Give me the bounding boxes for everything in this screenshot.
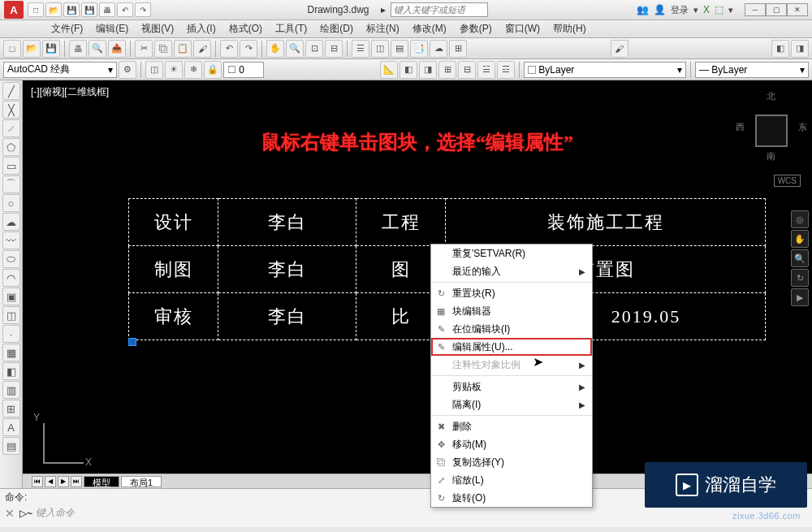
polygon-icon[interactable]: ⬠ — [2, 138, 20, 156]
match-icon[interactable]: 🖌 — [193, 40, 211, 58]
tab-layout1[interactable]: 布局1 — [121, 476, 162, 487]
markup-icon[interactable]: ☁ — [430, 40, 447, 58]
selection-grip[interactable] — [128, 338, 136, 346]
viewcube-west[interactable]: 西 — [736, 121, 745, 133]
menu-format[interactable]: 格式(O) — [222, 20, 269, 37]
insert-block-icon[interactable]: ▣ — [2, 288, 20, 305]
login-link[interactable]: 登录 — [671, 4, 689, 16]
menu-window[interactable]: 窗口(W) — [499, 20, 546, 37]
menu-modify[interactable]: 修改(M) — [406, 20, 453, 37]
line-icon[interactable]: ╱ — [2, 82, 20, 100]
qat-save-icon[interactable]: 💾 — [63, 2, 80, 17]
print-icon[interactable]: 🖶 — [69, 40, 87, 58]
workspace-dropdown[interactable]: AutoCAD 经典▾ — [3, 62, 117, 78]
command-input-row[interactable]: ✕ ▷~ 键入命令 — [0, 506, 812, 520]
menu-edit[interactable]: 编辑(E) — [89, 20, 135, 37]
paste-icon[interactable]: 📋 — [174, 40, 192, 58]
viewcube-face[interactable] — [755, 115, 788, 147]
ctx-rotate[interactable]: ↻旋转(O) — [431, 489, 592, 507]
infocenter-icon[interactable]: 👥 — [637, 4, 649, 15]
wcs-label[interactable]: WCS — [774, 175, 801, 187]
tool-icon[interactable]: ◨ — [791, 40, 809, 58]
layer-off-icon[interactable]: ❄ — [184, 61, 202, 79]
ctx-clipboard[interactable]: 剪贴板▶ — [431, 378, 592, 396]
properties-icon[interactable]: ☰ — [352, 40, 369, 58]
ctx-repeat[interactable]: 重复'SETVAR(R) — [431, 244, 592, 262]
ctx-copy-selection[interactable]: ⿻复制选择(Y) — [431, 453, 592, 471]
layer-tool-icon[interactable]: ◨ — [419, 61, 437, 79]
brush-icon[interactable]: 🖌 — [611, 40, 628, 58]
view-label[interactable]: [-][俯视][二维线框] — [31, 85, 109, 99]
add-icon[interactable]: ▤ — [2, 437, 20, 455]
ctx-scale[interactable]: ⤢缩放(L) — [431, 471, 592, 489]
layer-tool-icon[interactable]: ☱ — [477, 61, 495, 79]
ctx-move[interactable]: ✥移动(M) — [431, 435, 592, 453]
close-button[interactable]: ✕ — [787, 3, 808, 16]
undo-icon[interactable]: ↶ — [220, 40, 238, 58]
help-icon[interactable]: ⬚ — [715, 4, 723, 15]
gear-icon[interactable]: ⚙ — [119, 61, 136, 79]
revision-cloud-icon[interactable]: ☁ — [2, 213, 20, 231]
region-icon[interactable]: ▥ — [2, 381, 20, 399]
viewcube-north[interactable]: 北 — [767, 90, 775, 102]
close-cmd-icon[interactable]: ✕ — [5, 507, 15, 520]
ctx-reset-block[interactable]: ↻重置块(R) — [431, 284, 592, 302]
ctx-isolate[interactable]: 隔离(I)▶ — [431, 396, 592, 413]
design-center-icon[interactable]: ◫ — [371, 40, 389, 58]
layer-tool-icon[interactable]: ☲ — [497, 61, 515, 79]
circle-icon[interactable]: ○ — [2, 194, 20, 212]
layer-tool-icon[interactable]: ⊞ — [438, 61, 456, 79]
redo-icon[interactable]: ↷ — [240, 40, 257, 58]
tab-prev-icon[interactable]: ◀ — [45, 476, 56, 487]
pan-icon[interactable]: ✋ — [266, 40, 284, 58]
layer-zero-dropdown[interactable]: ☐ 0 — [223, 62, 264, 78]
construction-line-icon[interactable]: ╳ — [2, 101, 20, 119]
point-icon[interactable]: · — [2, 325, 20, 343]
zoom-window-icon[interactable]: ⊡ — [305, 40, 323, 58]
tool-palette-icon[interactable]: ▤ — [391, 40, 408, 58]
layer-tool-icon[interactable]: ⊟ — [458, 61, 476, 79]
viewcube-south[interactable]: 南 — [767, 150, 775, 162]
save-icon[interactable]: 💾 — [42, 40, 60, 58]
nav-zoom-icon[interactable]: 🔍 — [791, 249, 809, 267]
menu-parametric[interactable]: 参数(P) — [453, 20, 499, 37]
cut-icon[interactable]: ✂ — [135, 40, 153, 58]
search-input[interactable] — [391, 2, 488, 17]
layer-lock-icon[interactable]: 🔒 — [204, 61, 222, 79]
maximize-button[interactable]: ▢ — [766, 3, 787, 16]
ctx-block-editor[interactable]: ▦块编辑器 — [431, 302, 592, 320]
preview-icon[interactable]: 🔍 — [89, 40, 106, 58]
tab-first-icon[interactable]: ⏮ — [32, 476, 43, 487]
viewcube-east[interactable]: 东 — [798, 121, 807, 133]
tab-model[interactable]: 模型 — [84, 476, 119, 487]
minimize-button[interactable]: ─ — [745, 3, 766, 16]
gradient-icon[interactable]: ◧ — [2, 362, 20, 380]
calc-icon[interactable]: ⊞ — [449, 40, 467, 58]
tab-last-icon[interactable]: ⏭ — [71, 476, 82, 487]
nav-showmotion-icon[interactable]: ▶ — [791, 288, 809, 306]
hatch-icon[interactable]: ▦ — [2, 344, 20, 361]
qat-open-icon[interactable]: 📂 — [45, 2, 62, 17]
sheet-set-icon[interactable]: 📑 — [410, 40, 428, 58]
qat-undo-icon[interactable]: ↶ — [117, 2, 133, 17]
ellipse-icon[interactable]: ⬭ — [2, 250, 20, 268]
drawing-canvas[interactable]: [-][俯视][二维线框] 鼠标右键单击图块，选择“编辑属性” 设计 李白 工程… — [23, 80, 812, 488]
nav-wheel-icon[interactable]: ◎ — [791, 210, 809, 228]
tool-icon[interactable]: ◧ — [771, 40, 789, 58]
color-bylayer-dropdown[interactable]: ByLayer▾ — [524, 62, 686, 78]
qat-redo-icon[interactable]: ↷ — [135, 2, 151, 17]
arc-icon[interactable]: ⌒ — [2, 175, 20, 193]
layer-icon[interactable]: ◫ — [145, 61, 163, 79]
polyline-icon[interactable]: ⟋ — [2, 119, 20, 137]
qat-print-icon[interactable]: 🖶 — [99, 2, 115, 17]
ellipse-arc-icon[interactable]: ◠ — [2, 269, 20, 287]
text-icon[interactable]: A — [2, 418, 20, 436]
open-icon[interactable]: 📂 — [23, 40, 41, 58]
make-block-icon[interactable]: ◫ — [2, 306, 20, 324]
tab-next-icon[interactable]: ▶ — [58, 476, 69, 487]
zoom-prev-icon[interactable]: ⊟ — [325, 40, 343, 58]
nav-pan-icon[interactable]: ✋ — [791, 230, 809, 248]
menu-tools[interactable]: 工具(T) — [269, 20, 313, 37]
qat-new-icon[interactable]: □ — [28, 2, 44, 17]
ctx-erase[interactable]: ✖删除 — [431, 417, 592, 435]
